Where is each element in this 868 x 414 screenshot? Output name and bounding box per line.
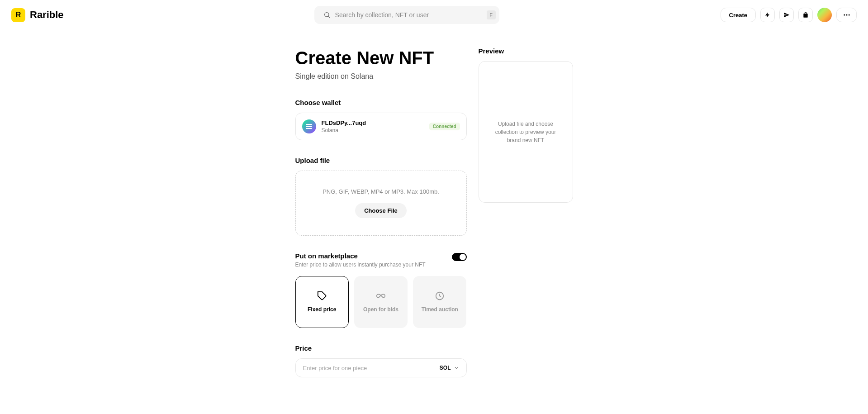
infinity-icon [376, 291, 386, 301]
search-shortcut-badge: F [487, 10, 496, 19]
price-input[interactable] [303, 365, 440, 371]
wallet-status-badge: Connected [429, 123, 460, 130]
activity-button[interactable] [760, 8, 775, 22]
search-icon [323, 11, 331, 19]
svg-point-0 [324, 13, 328, 17]
sale-type-label: Open for bids [363, 306, 398, 314]
preview-column: Preview Upload file and choose collectio… [479, 47, 573, 377]
preview-placeholder-text: Upload file and choose collection to pre… [488, 120, 564, 144]
dots-icon [843, 11, 851, 19]
svg-point-3 [846, 14, 847, 16]
wallet-info: FLDsDPy...7uqd Solana [322, 119, 424, 133]
wallet-section-label: Choose wallet [295, 99, 467, 106]
upload-dropzone[interactable]: PNG, GIF, WEBP, MP4 or MP3. Max 100mb. C… [295, 171, 467, 236]
chevron-down-icon [454, 365, 459, 371]
solana-icon [302, 119, 316, 133]
svg-point-4 [848, 14, 849, 16]
sale-type-label: Timed auction [422, 306, 458, 314]
more-button[interactable] [836, 8, 857, 22]
page-subtitle: Single edition on Solana [295, 72, 467, 81]
currency-dropdown[interactable]: SOL [440, 365, 459, 371]
toggle-knob [460, 254, 466, 260]
clock-icon [435, 291, 445, 301]
create-button[interactable]: Create [721, 8, 756, 22]
lightning-icon [764, 12, 771, 18]
logo-text: Rarible [30, 9, 64, 21]
header-actions: Create [721, 8, 857, 22]
form-column: Create New NFT Single edition on Solana … [295, 47, 467, 377]
price-section-label: Price [295, 344, 467, 352]
logo-mark: R [11, 8, 25, 22]
logo[interactable]: R Rarible [11, 8, 64, 22]
notifications-button[interactable] [779, 8, 794, 22]
main: Create New NFT Single edition on Solana … [0, 30, 868, 377]
marketplace-description: Enter price to allow users instantly pur… [295, 262, 426, 268]
wallet-address: FLDsDPy...7uqd [322, 119, 424, 126]
marketplace-toggle[interactable] [452, 253, 467, 261]
wallet-chain: Solana [322, 127, 424, 133]
sale-type-options: Fixed price Open for bids Timed auction [295, 276, 467, 328]
search-input[interactable] [331, 11, 487, 19]
send-icon [783, 12, 790, 18]
bag-icon [802, 12, 809, 18]
content: Create New NFT Single edition on Solana … [295, 47, 573, 377]
marketplace-row: Put on marketplace Enter price to allow … [295, 252, 467, 268]
avatar[interactable] [817, 8, 832, 22]
search-bar[interactable]: F [314, 6, 499, 24]
sale-type-fixed-price[interactable]: Fixed price [295, 276, 349, 328]
preview-box: Upload file and choose collection to pre… [479, 61, 573, 203]
choose-file-button[interactable]: Choose File [355, 203, 407, 218]
currency-label: SOL [440, 365, 451, 371]
tag-icon [317, 291, 327, 301]
sale-type-open-bids[interactable]: Open for bids [354, 276, 408, 328]
sale-type-label: Fixed price [308, 306, 336, 314]
svg-line-1 [328, 16, 330, 18]
page-title: Create New NFT [295, 47, 467, 69]
marketplace-title: Put on marketplace [295, 252, 426, 260]
sale-type-timed-auction[interactable]: Timed auction [413, 276, 466, 328]
cart-button[interactable] [798, 8, 813, 22]
wallet-card[interactable]: FLDsDPy...7uqd Solana Connected [295, 113, 467, 140]
upload-hint: PNG, GIF, WEBP, MP4 or MP3. Max 100mb. [305, 188, 457, 195]
header: R Rarible F Create [0, 0, 868, 30]
svg-point-2 [844, 14, 845, 16]
upload-section-label: Upload file [295, 157, 467, 164]
preview-section-label: Preview [479, 47, 573, 55]
price-input-wrapper: SOL [295, 358, 467, 377]
